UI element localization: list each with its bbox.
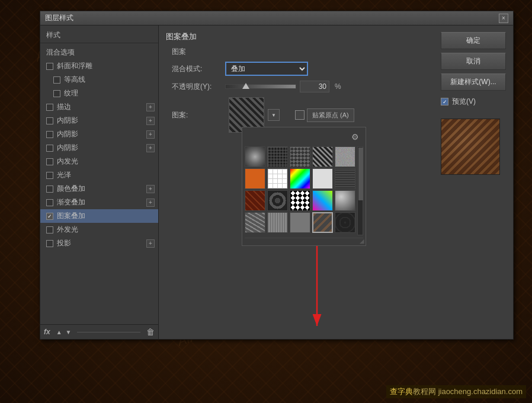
color-overlay-item[interactable]: 颜色叠加 + (40, 182, 158, 196)
pattern-cell[interactable] (245, 146, 265, 167)
opacity-row: 不透明度(Y): % (166, 81, 429, 92)
pattern-cell[interactable] (290, 190, 310, 211)
pattern-cell[interactable] (335, 190, 355, 211)
texture-item[interactable]: 纹理 (40, 87, 158, 100)
blend-mode-select[interactable]: 叠加 正常 溶解 变暗 正片叠底 颜色加深 柔光 强光 (225, 62, 308, 76)
content-section: 图案叠加 图案 混合模式: 叠加 正常 溶解 变暗 正片叠底 颜色加深 柔光 (166, 31, 429, 333)
mixing-options-label: 混合选项 (46, 47, 75, 57)
pattern-grid (245, 146, 363, 233)
opacity-slider-container: % (225, 81, 341, 92)
inner-glow-checkbox[interactable] (46, 158, 53, 165)
inner-shadow-1-plus-btn[interactable]: + (146, 117, 155, 125)
inner-shadow-1-checkbox[interactable] (46, 117, 53, 124)
inner-shadow-3-plus-btn[interactable]: + (146, 144, 155, 152)
preview-label: 预览(V) (452, 97, 476, 107)
stroke-item[interactable]: 描边 + (40, 100, 158, 114)
inner-shadow-2-item[interactable]: 内阴影 + (40, 127, 158, 141)
mixing-options-item[interactable]: 混合选项 (40, 46, 158, 59)
inner-shadow-3-checkbox[interactable] (46, 145, 53, 152)
color-overlay-checkbox[interactable] (46, 185, 53, 193)
fx-label: fx (44, 328, 50, 336)
inner-glow-item[interactable]: 内发光 (40, 155, 158, 168)
close-button[interactable]: × (499, 14, 508, 23)
pattern-cell[interactable] (267, 190, 288, 211)
styles-header: 样式 (40, 25, 158, 43)
contour-item[interactable]: 等高线 (40, 73, 158, 87)
pattern-cell[interactable] (312, 190, 333, 211)
pattern-cell[interactable] (312, 168, 333, 189)
preview-image (441, 119, 500, 175)
pattern-label: 图案: (172, 110, 225, 120)
pattern-cell[interactable] (335, 146, 355, 167)
color-overlay-plus-btn[interactable]: + (146, 185, 155, 193)
pattern-cell[interactable] (312, 146, 333, 167)
preview-checkbox[interactable] (441, 98, 448, 105)
layer-style-dialog[interactable]: 图层样式 × 样式 混合选项 斜面和浮雕 (40, 11, 514, 340)
opacity-percent: % (335, 82, 341, 91)
styles-list[interactable]: 混合选项 斜面和浮雕 等高线 纹理 描边 + (40, 43, 158, 324)
popup-bottom (245, 238, 363, 243)
preview-img-inner (441, 119, 499, 174)
preview-row: 预览(V) (441, 97, 506, 107)
scrollbar-thumb (358, 148, 363, 200)
pattern-cell[interactable] (290, 146, 310, 167)
trash-btn[interactable]: 🗑 (146, 327, 155, 337)
satin-item[interactable]: 光泽 (40, 168, 158, 182)
drop-shadow-item[interactable]: 投影 + (40, 236, 158, 250)
pattern-cell[interactable] (290, 212, 310, 233)
pattern-cell[interactable] (312, 212, 333, 233)
gradient-overlay-plus-btn[interactable]: + (146, 199, 155, 207)
inner-shadow-3-item[interactable]: 内阴影 + (40, 141, 158, 155)
left-panel-footer: fx ▲ ▼ 🗑 (40, 324, 158, 339)
bevel-emboss-item[interactable]: 斜面和浮雕 (40, 59, 158, 73)
drop-shadow-checkbox[interactable] (46, 240, 53, 247)
pattern-cell[interactable] (335, 168, 355, 189)
contour-checkbox[interactable] (53, 76, 60, 84)
pattern-popup-scrollbar[interactable] (357, 146, 363, 235)
right-panel: 图案叠加 图案 混合模式: 叠加 正常 溶解 变暗 正片叠底 颜色加深 柔光 (159, 25, 513, 339)
snap-checkbox[interactable] (295, 110, 305, 120)
opacity-slider-thumb[interactable] (242, 83, 249, 89)
inner-shadow-2-checkbox[interactable] (46, 131, 53, 138)
up-arrow-btn[interactable]: ▲ (56, 329, 62, 335)
bevel-emboss-checkbox[interactable] (46, 63, 53, 70)
pattern-cell[interactable] (267, 212, 288, 233)
texture-checkbox[interactable] (53, 90, 60, 97)
inner-shadow-1-item[interactable]: 内阴影 + (40, 114, 158, 127)
pattern-cell[interactable] (267, 146, 288, 167)
stroke-plus-btn[interactable]: + (146, 103, 155, 111)
inner-shadow-2-plus-btn[interactable]: + (146, 130, 155, 139)
opacity-input[interactable] (300, 81, 329, 92)
outer-glow-checkbox[interactable] (46, 226, 53, 234)
section-title: 图案叠加 (166, 31, 429, 43)
section-subtitle: 图案 (166, 47, 429, 57)
new-style-button[interactable]: 新建样式(W)... (441, 73, 506, 91)
satin-checkbox[interactable] (46, 172, 53, 179)
cancel-button[interactable]: 取消 (441, 53, 506, 70)
stroke-checkbox[interactable] (46, 104, 53, 111)
blend-mode-label: 混合模式: (172, 64, 225, 74)
pattern-overlay-checkbox[interactable] (46, 213, 53, 220)
pattern-cell[interactable] (245, 212, 265, 233)
resize-handle[interactable]: ◢ (360, 238, 364, 244)
pattern-overlay-item[interactable]: 图案叠加 (40, 209, 158, 223)
opacity-slider-track[interactable] (225, 84, 296, 89)
drop-shadow-plus-btn[interactable]: + (146, 239, 155, 248)
dialog-titlebar: 图层样式 × (40, 11, 513, 25)
pattern-grid-header: ⚙ (245, 130, 363, 144)
gradient-overlay-checkbox[interactable] (46, 199, 53, 206)
pattern-grid-popup[interactable]: ⚙ (242, 127, 366, 246)
outer-glow-item[interactable]: 外发光 (40, 223, 158, 236)
gear-icon-btn[interactable]: ⚙ (349, 131, 361, 143)
pattern-cell[interactable] (245, 190, 265, 211)
pattern-cell[interactable] (290, 168, 310, 189)
gradient-overlay-item[interactable]: 渐变叠加 + (40, 196, 158, 209)
pattern-cell[interactable] (245, 168, 265, 189)
down-arrow-btn[interactable]: ▼ (66, 329, 72, 335)
bottom-watermark: 查字典教程网 jiaocheng.chazidian.com (386, 385, 526, 398)
pattern-dropdown-btn[interactable]: ▼ (268, 109, 280, 121)
pattern-cell[interactable] (335, 212, 355, 233)
pattern-cell[interactable] (267, 168, 288, 189)
snap-button[interactable]: 贴紧原点 (A) (307, 108, 354, 122)
ok-button[interactable]: 确定 (441, 32, 506, 49)
